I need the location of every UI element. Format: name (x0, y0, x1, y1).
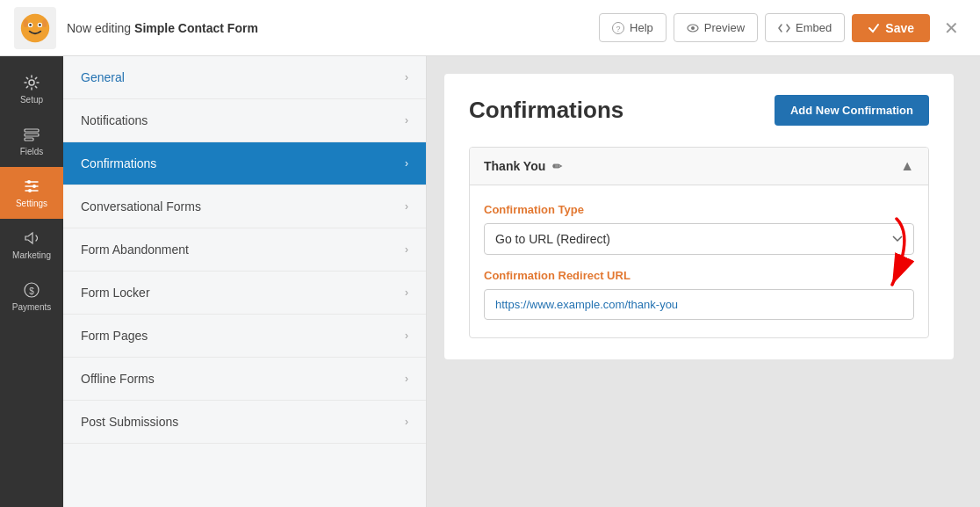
svg-text:?: ? (616, 25, 621, 33)
page-title: Confirmations (469, 97, 623, 124)
left-menu: General › Notifications › Confirmations … (63, 56, 427, 507)
svg-text:$: $ (29, 286, 34, 296)
content-card: Confirmations Add New Confirmation Thank… (444, 74, 954, 359)
collapse-icon[interactable]: ▲ (900, 158, 914, 174)
svg-point-20 (28, 189, 32, 192)
panel-body: Confirmation Type Show Message Go to URL… (470, 185, 928, 337)
header-title: Now editing Simple Contact Form (67, 21, 588, 35)
help-button[interactable]: ? Help (599, 13, 667, 42)
eye-icon (687, 22, 699, 34)
svg-point-3 (29, 24, 32, 26)
edit-icon[interactable]: ✏ (552, 160, 562, 173)
nav-item-settings[interactable]: Settings (0, 167, 63, 219)
svg-rect-13 (25, 134, 39, 136)
preview-button[interactable]: Preview (674, 13, 758, 42)
chevron-right-icon: › (405, 243, 408, 256)
embed-button[interactable]: Embed (765, 13, 845, 42)
close-button[interactable]: ✕ (937, 14, 966, 42)
gear-icon (23, 74, 40, 91)
svg-point-6 (42, 19, 47, 27)
app-header: Now editing Simple Contact Form ? Help P… (0, 0, 980, 56)
svg-point-19 (32, 185, 36, 188)
dollar-icon: $ (23, 281, 40, 299)
svg-point-10 (691, 26, 695, 30)
chevron-right-icon: › (405, 114, 408, 127)
svg-point-11 (29, 80, 34, 85)
confirmation-panel: Thank You ✏ ▲ Confirmation Type Show Mes… (469, 147, 929, 338)
svg-rect-14 (25, 138, 33, 141)
menu-item-form-abandonment[interactable]: Form Abandonment › (63, 228, 426, 272)
chevron-right-icon: › (405, 416, 408, 428)
panel-title-area: Thank You ✏ (484, 159, 562, 173)
megaphone-icon (23, 229, 40, 247)
confirmation-type-label: Confirmation Type (484, 203, 914, 216)
checkmark-icon (868, 22, 880, 34)
svg-point-18 (27, 180, 31, 184)
header-actions: ? Help Preview Embed Save ✕ (599, 13, 966, 42)
chevron-right-icon: › (405, 330, 408, 342)
fields-icon (23, 126, 40, 143)
menu-item-offline-forms[interactable]: Offline Forms › (63, 358, 426, 401)
code-icon (778, 22, 790, 34)
settings-icon (23, 177, 40, 195)
chevron-right-icon: › (405, 373, 408, 385)
panel-title: Thank You (484, 159, 545, 173)
svg-point-4 (39, 24, 41, 26)
main-layout: Setup Fields Settings (0, 56, 980, 507)
nav-item-fields[interactable]: Fields (0, 115, 63, 167)
confirmation-type-select[interactable]: Show Message Go to URL (Redirect) Go to … (484, 223, 914, 255)
menu-item-general[interactable]: General › (63, 56, 426, 99)
svg-rect-12 (25, 129, 39, 132)
menu-item-conversational-forms[interactable]: Conversational Forms › (63, 185, 426, 228)
menu-item-confirmations[interactable]: Confirmations › (63, 142, 426, 185)
url-input-wrapper (484, 289, 914, 320)
save-button[interactable]: Save (852, 14, 930, 42)
icon-nav: Setup Fields Settings (0, 56, 63, 507)
redirect-url-input[interactable] (484, 289, 914, 320)
panel-header: Thank You ✏ ▲ (470, 148, 928, 185)
chevron-right-icon: › (405, 200, 408, 213)
svg-point-0 (21, 13, 49, 41)
menu-item-notifications[interactable]: Notifications › (63, 99, 426, 142)
nav-item-payments[interactable]: $ Payments (0, 271, 63, 322)
card-header: Confirmations Add New Confirmation (469, 95, 929, 126)
logo-icon (19, 12, 51, 44)
help-icon: ? (612, 22, 624, 34)
menu-item-form-pages[interactable]: Form Pages › (63, 315, 426, 358)
redirect-url-label: Confirmation Redirect URL (484, 269, 914, 282)
app-logo (14, 7, 56, 49)
right-content: Confirmations Add New Confirmation Thank… (427, 56, 980, 507)
nav-item-setup[interactable]: Setup (0, 63, 63, 115)
nav-item-marketing[interactable]: Marketing (0, 219, 63, 271)
menu-item-post-submissions[interactable]: Post Submissions › (63, 401, 426, 444)
add-confirmation-button[interactable]: Add New Confirmation (775, 95, 929, 126)
chevron-right-icon: › (405, 157, 408, 170)
menu-item-form-locker[interactable]: Form Locker › (63, 272, 426, 315)
svg-point-5 (24, 19, 28, 27)
chevron-right-icon: › (405, 286, 408, 299)
chevron-right-icon: › (405, 71, 408, 83)
